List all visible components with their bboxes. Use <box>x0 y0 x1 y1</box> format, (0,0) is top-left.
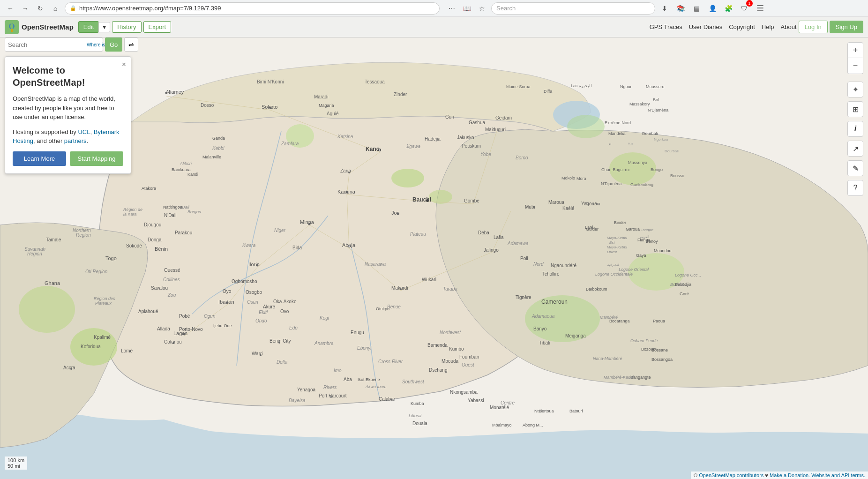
copyright-link[interactable]: Copyright <box>729 23 755 30</box>
svg-text:Borno: Borno <box>516 155 528 160</box>
share-button[interactable]: ↗ <box>847 141 863 157</box>
svg-text:Mambéré-Kadéi: Mambéré-Kadéi <box>604 375 634 380</box>
svg-text:Edo: Edo <box>289 325 298 330</box>
donation-link[interactable]: Make a Donation. <box>770 472 810 478</box>
osm-header: OpenStreetMap Edit ▼ History Export GPS … <box>0 17 868 37</box>
svg-text:Région de: Région de <box>123 207 142 212</box>
svg-text:Plateaux: Plateaux <box>95 301 112 306</box>
svg-text:Aguié: Aguié <box>327 111 339 116</box>
svg-text:Dourbali: Dourbali <box>642 131 658 136</box>
address-bar[interactable]: 🔒 https://www.openstreetmap.org/#map=7/9… <box>65 2 440 15</box>
history-button[interactable]: History <box>112 21 141 33</box>
svg-point-1 <box>10 23 13 29</box>
svg-text:Parakou: Parakou <box>175 230 192 235</box>
terms-link[interactable]: Website and API terms. <box>811 472 865 478</box>
go-button[interactable]: Go <box>105 37 122 52</box>
svg-text:Chari-Baguirmi: Chari-Baguirmi <box>601 167 629 172</box>
home-button[interactable]: ⌂ <box>49 2 62 15</box>
svg-text:Moundou: Moundou <box>654 248 672 253</box>
svg-text:Bol: Bol <box>653 97 659 102</box>
svg-text:Ouham-Pendé: Ouham-Pendé <box>630 338 658 343</box>
back-button[interactable]: ← <box>4 2 17 15</box>
compass-icon: ⌖ <box>853 85 858 94</box>
reader-view-icon[interactable]: ▤ <box>690 2 703 15</box>
download-icon[interactable]: ⬇ <box>658 2 671 15</box>
svg-text:Nord: Nord <box>533 262 544 267</box>
svg-text:Kebbi: Kebbi <box>212 146 224 151</box>
svg-text:Ogun: Ogun <box>204 314 216 319</box>
svg-text:Meiganga: Meiganga <box>565 333 586 338</box>
svg-text:Calabar: Calabar <box>379 397 396 402</box>
osm-contributors-link[interactable]: OpenStreetMap contributors <box>699 472 763 478</box>
export-button[interactable]: Export <box>143 21 172 33</box>
about-link[interactable]: About <box>781 23 797 30</box>
start-mapping-button[interactable]: Start Mapping <box>70 151 123 166</box>
profile-icon[interactable]: 👤 <box>706 2 719 15</box>
svg-text:Oka-Akoko: Oka-Akoko <box>273 299 297 304</box>
svg-text:Extrême-Nord: Extrême-Nord <box>605 120 631 125</box>
layers-button[interactable]: ⊞ <box>847 101 863 117</box>
svg-text:Aplahoué: Aplahoué <box>138 309 158 314</box>
learn-more-button[interactable]: Learn More <box>13 151 66 166</box>
svg-text:Abong M...: Abong M... <box>523 423 543 427</box>
svg-text:Hadejia: Hadejia <box>425 136 441 142</box>
svg-text:Savalou: Savalou <box>151 285 168 291</box>
svg-text:Tibati: Tibati <box>539 340 550 345</box>
browser-search-bar[interactable]: Search <box>491 2 655 15</box>
svg-text:Osun: Osun <box>247 299 258 305</box>
browser-menu-button[interactable]: ☰ <box>754 2 767 15</box>
info-button[interactable]: i <box>847 121 863 137</box>
attribution-text: © OpenStreetMap contributors ♥ Make a Do… <box>694 472 865 478</box>
svg-text:Zamfara: Zamfara <box>281 141 299 146</box>
svg-text:Dourbali: Dourbali <box>665 149 679 153</box>
signup-button[interactable]: Sign Up <box>830 21 863 33</box>
svg-text:Bousso: Bousso <box>670 173 684 178</box>
zoom-in-button[interactable]: + <box>847 42 863 58</box>
forward-button[interactable]: → <box>19 2 32 15</box>
library-icon[interactable]: 📚 <box>674 2 687 15</box>
svg-text:Banikoara: Banikoara <box>172 167 191 172</box>
svg-text:Cameroun: Cameroun <box>541 299 568 305</box>
gps-traces-link[interactable]: GPS Traces <box>650 23 682 30</box>
reload-button[interactable]: ↻ <box>34 2 47 15</box>
compass-button[interactable]: ⌖ <box>847 82 863 97</box>
welcome-close-button[interactable]: × <box>122 60 126 69</box>
svg-text:Djougou: Djougou <box>144 222 161 227</box>
svg-text:Sokodé: Sokodé <box>126 243 142 248</box>
login-button[interactable]: Log In <box>799 21 828 33</box>
svg-text:Rivers: Rivers <box>323 385 337 390</box>
svg-text:Logone Oriental: Logone Oriental <box>619 267 649 272</box>
search-input[interactable] <box>8 41 87 48</box>
svg-text:Alibori: Alibori <box>180 161 192 166</box>
edit-button[interactable]: Edit <box>78 21 99 33</box>
svg-text:Ouest: Ouest <box>607 250 617 254</box>
svg-point-239 <box>260 354 262 356</box>
svg-text:Dschang: Dschang <box>429 367 447 373</box>
user-diaries-link[interactable]: User Diaries <box>689 23 723 30</box>
extensions-icon[interactable]: 🧩 <box>722 2 735 15</box>
help-link[interactable]: Help <box>762 23 774 30</box>
directions-button[interactable]: ⇌ <box>124 37 138 52</box>
pocket-icon[interactable]: 📖 <box>460 2 473 15</box>
svg-text:Malanville: Malanville <box>202 155 221 159</box>
svg-text:Enugu: Enugu <box>351 330 364 335</box>
edit-dropdown-button[interactable]: ▼ <box>98 22 110 32</box>
osm-logo[interactable]: OpenStreetMap <box>5 20 74 34</box>
partners-link[interactable]: partners <box>64 137 87 144</box>
svg-text:Logone Occidentale: Logone Occidentale <box>595 272 633 277</box>
svg-point-229 <box>256 264 259 267</box>
svg-point-228 <box>308 223 311 225</box>
svg-text:Accra: Accra <box>63 365 75 370</box>
zoom-out-button[interactable]: − <box>847 58 863 74</box>
svg-text:Ngouri: Ngouri <box>620 84 633 89</box>
star-icon[interactable]: ☆ <box>475 2 488 15</box>
svg-text:Nana-Mambéré: Nana-Mambéré <box>593 356 622 361</box>
scale-km: 100 km <box>7 457 24 463</box>
query-button[interactable]: ? <box>847 180 863 196</box>
svg-text:Adamawa: Adamawa <box>507 241 529 246</box>
ucl-link[interactable]: UCL <box>78 128 90 135</box>
notes-button[interactable]: ✎ <box>847 160 863 176</box>
svg-text:Bebedjia: Bebedjia <box>675 282 691 287</box>
svg-text:Mayo-Kebbi: Mayo-Kebbi <box>607 245 627 249</box>
bookmarks-icon[interactable]: ⋯ <box>445 2 458 15</box>
